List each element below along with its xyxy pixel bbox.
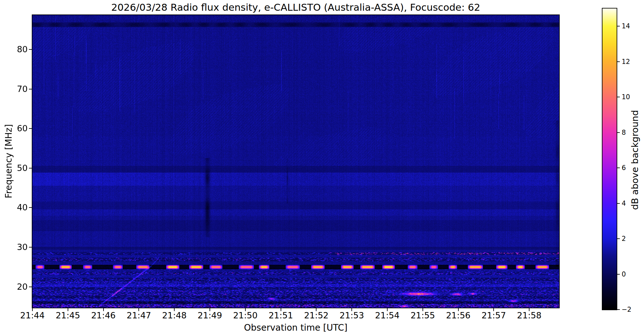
colorbar-tick bbox=[617, 132, 620, 133]
colorbar-tick-label: 10 bbox=[622, 93, 630, 101]
colorbar-label: dB above background bbox=[630, 110, 640, 210]
x-tick-label: 21:52 bbox=[300, 310, 332, 320]
y-tick bbox=[29, 128, 32, 129]
x-tick-label: 21:58 bbox=[513, 310, 545, 320]
plot-border bbox=[32, 14, 560, 308]
colorbar-tick-label: 6 bbox=[622, 164, 626, 172]
colorbar-tick bbox=[617, 61, 620, 62]
x-tick-label: 21:54 bbox=[372, 310, 403, 320]
x-tick-label: 21:55 bbox=[407, 310, 439, 320]
colorbar-tick bbox=[617, 168, 620, 168]
colorbar-tick-label: 8 bbox=[622, 128, 626, 137]
colorbar-tick-label: 0 bbox=[622, 270, 626, 278]
x-tick-label: 21:51 bbox=[265, 310, 297, 320]
y-tick bbox=[29, 247, 32, 248]
y-tick-label: 80 bbox=[6, 44, 28, 54]
y-tick bbox=[29, 287, 32, 287]
colorbar-tick bbox=[617, 274, 620, 275]
x-tick-label: 21:53 bbox=[336, 310, 367, 320]
colorbar-tick-label: 2 bbox=[622, 235, 626, 243]
colorbar-tick bbox=[617, 97, 620, 97]
x-tick-label: 21:46 bbox=[88, 310, 119, 320]
x-axis-label: Observation time [UTC] bbox=[32, 322, 559, 333]
y-tick bbox=[29, 207, 32, 208]
colorbar-border bbox=[602, 8, 617, 310]
x-tick-label: 21:44 bbox=[17, 310, 48, 320]
colorbar-tick bbox=[617, 238, 620, 239]
y-tick bbox=[29, 168, 32, 168]
x-tick-label: 21:56 bbox=[443, 310, 474, 320]
x-tick-label: 21:57 bbox=[478, 310, 509, 320]
x-tick-label: 21:48 bbox=[159, 310, 190, 320]
x-tick-label: 21:50 bbox=[230, 310, 261, 320]
y-tick-label: 40 bbox=[6, 202, 28, 213]
y-tick-label: 70 bbox=[6, 84, 28, 94]
y-tick bbox=[29, 49, 32, 50]
y-tick bbox=[29, 89, 32, 89]
x-tick-label: 21:47 bbox=[123, 310, 154, 320]
colorbar-tick-label: 12 bbox=[622, 58, 630, 66]
y-axis-label: Frequency [MHz] bbox=[3, 124, 14, 198]
colorbar-tick bbox=[617, 309, 620, 310]
y-tick-label: 30 bbox=[6, 242, 28, 252]
x-tick-label: 21:45 bbox=[52, 310, 84, 320]
y-tick-label: 20 bbox=[6, 282, 28, 292]
colorbar-tick-label: −2 bbox=[622, 305, 631, 314]
colorbar-tick-label: 4 bbox=[622, 199, 626, 208]
x-tick-label: 21:49 bbox=[194, 310, 226, 320]
colorbar-tick bbox=[617, 26, 620, 26]
chart-title: 2026/03/28 Radio flux density, e-CALLIST… bbox=[32, 2, 559, 13]
colorbar-tick-label: 14 bbox=[622, 22, 630, 30]
figure: 2026/03/28 Radio flux density, e-CALLIST… bbox=[0, 0, 644, 336]
colorbar-tick bbox=[617, 203, 620, 204]
